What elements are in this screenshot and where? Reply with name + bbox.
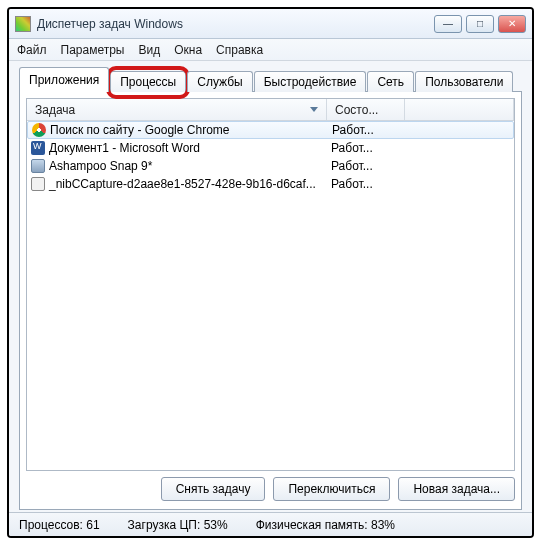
chrome-icon [32, 123, 46, 137]
applications-list[interactable]: Задача Состо... Поиск по сайту - Google … [26, 98, 515, 471]
column-label: Состо... [335, 103, 378, 117]
tab-panel-applications: Задача Состо... Поиск по сайту - Google … [19, 91, 522, 510]
task-name: _nibCCapture-d2aae8e1-8527-428e-9b16-d6c… [49, 177, 316, 191]
capture-icon [31, 177, 45, 191]
task-cell: Документ1 - Microsoft Word [27, 141, 327, 155]
status-processes: Процессов: 61 [19, 518, 100, 532]
list-body: Поиск по сайту - Google ChromeРабот...До… [27, 121, 514, 470]
titlebar[interactable]: Диспетчер задач Windows — □ ✕ [9, 9, 532, 39]
column-headers: Задача Состо... [27, 99, 514, 121]
menu-windows[interactable]: Окна [174, 43, 202, 57]
menu-view[interactable]: Вид [138, 43, 160, 57]
status-cpu: Загрузка ЦП: 53% [128, 518, 228, 532]
table-row[interactable]: Поиск по сайту - Google ChromeРабот... [27, 121, 514, 139]
new-task-button[interactable]: Новая задача... [398, 477, 515, 501]
tab-label: Сеть [377, 75, 404, 89]
task-cell: Поиск по сайту - Google Chrome [28, 123, 328, 137]
menu-help[interactable]: Справка [216, 43, 263, 57]
tab-label: Процессы [120, 75, 176, 89]
tab-processes[interactable]: Процессы [110, 71, 186, 92]
maximize-button[interactable]: □ [466, 15, 494, 33]
menu-options[interactable]: Параметры [61, 43, 125, 57]
task-name: Ashampoo Snap 9* [49, 159, 152, 173]
tab-strip: Приложения Процессы Службы Быстродействи… [19, 67, 522, 92]
task-name: Поиск по сайту - Google Chrome [50, 123, 229, 137]
status-memory: Физическая память: 83% [256, 518, 395, 532]
table-row[interactable]: Документ1 - Microsoft WordРабот... [27, 139, 514, 157]
status-cell: Работ... [327, 141, 405, 155]
status-cell: Работ... [328, 123, 406, 137]
menubar: Файл Параметры Вид Окна Справка [9, 39, 532, 61]
tab-performance[interactable]: Быстродействие [254, 71, 367, 92]
tab-network[interactable]: Сеть [367, 71, 414, 92]
statusbar: Процессов: 61 Загрузка ЦП: 53% Физическа… [9, 512, 532, 536]
tab-label: Пользователи [425, 75, 503, 89]
status-cell: Работ... [327, 177, 405, 191]
action-buttons: Снять задачу Переключиться Новая задача.… [26, 471, 515, 501]
content-area: Приложения Процессы Службы Быстродействи… [9, 61, 532, 512]
menu-file[interactable]: Файл [17, 43, 47, 57]
task-cell: _nibCCapture-d2aae8e1-8527-428e-9b16-d6c… [27, 177, 327, 191]
tab-label: Быстродействие [264, 75, 357, 89]
column-task[interactable]: Задача [27, 99, 327, 120]
status-cell: Работ... [327, 159, 405, 173]
tab-services[interactable]: Службы [187, 71, 252, 92]
window-frame: Диспетчер задач Windows — □ ✕ Файл Парам… [7, 7, 534, 538]
word-icon [31, 141, 45, 155]
tab-users[interactable]: Пользователи [415, 71, 513, 92]
task-cell: Ashampoo Snap 9* [27, 159, 327, 173]
tab-label: Приложения [29, 73, 99, 87]
sort-indicator-icon [310, 107, 318, 112]
tab-applications[interactable]: Приложения [19, 67, 109, 92]
window-title: Диспетчер задач Windows [37, 17, 434, 31]
tab-label: Службы [197, 75, 242, 89]
app-icon [15, 16, 31, 32]
snap-icon [31, 159, 45, 173]
end-task-button[interactable]: Снять задачу [161, 477, 266, 501]
table-row[interactable]: Ashampoo Snap 9*Работ... [27, 157, 514, 175]
switch-to-button[interactable]: Переключиться [273, 477, 390, 501]
column-status[interactable]: Состо... [327, 99, 405, 120]
close-button[interactable]: ✕ [498, 15, 526, 33]
minimize-button[interactable]: — [434, 15, 462, 33]
column-spacer [405, 99, 514, 120]
column-label: Задача [35, 103, 75, 117]
task-name: Документ1 - Microsoft Word [49, 141, 200, 155]
table-row[interactable]: _nibCCapture-d2aae8e1-8527-428e-9b16-d6c… [27, 175, 514, 193]
